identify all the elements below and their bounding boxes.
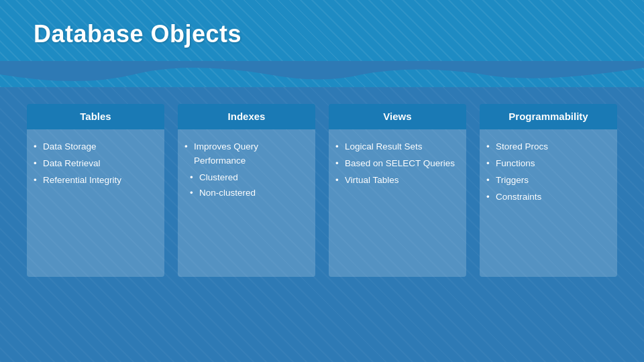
card-views: ViewsLogical Result SetsBased on SELECT … [329,104,466,277]
card-body-programmability: Stored ProcsFunctionsTriggersConstraints [480,129,617,277]
list-item: Stored Procs [486,140,608,154]
header-wave [0,61,644,87]
list-item: Referential Integrity [34,174,155,188]
list-item: Virtual Tables [335,174,457,188]
card-header-views: Views [329,104,466,129]
page-title: Database Objects [34,20,241,48]
list-item: Logical Result Sets [335,140,457,154]
card-indexes: IndexesImproves Query PerformanceCluster… [178,104,315,277]
card-list-tables: Data StorageData RetrievalReferential In… [34,140,155,188]
list-item: Data Retrieval [34,157,155,171]
card-header-indexes: Indexes [178,104,315,129]
card-body-views: Logical Result SetsBased on SELECT Queri… [329,129,466,277]
card-body-indexes: Improves Query PerformanceClusteredNon-c… [178,129,315,277]
card-header-programmability: Programmability [480,104,617,129]
list-item: Data Storage [34,140,155,154]
card-header-text-indexes: Indexes [228,111,266,122]
card-header-text-views: Views [383,111,411,122]
list-item: Constraints [486,190,608,204]
card-header-tables: Tables [27,104,164,129]
list-item: Improves Query Performance [184,140,306,168]
list-item: Non-clustered [184,186,306,200]
card-header-text-programmability: Programmability [508,111,588,122]
card-tables: TablesData StorageData RetrievalReferent… [27,104,164,277]
card-header-text-tables: Tables [80,111,111,122]
card-programmability: ProgrammabilityStored ProcsFunctionsTrig… [480,104,617,277]
list-item: Clustered [184,171,306,185]
list-item: Triggers [486,174,608,188]
card-list-programmability: Stored ProcsFunctionsTriggersConstraints [486,140,608,204]
cards-container: TablesData StorageData RetrievalReferent… [27,104,617,277]
card-list-indexes: Improves Query PerformanceClusteredNon-c… [184,140,306,200]
page: Database Objects TablesData StorageData … [0,0,644,362]
card-body-tables: Data StorageData RetrievalReferential In… [27,129,164,277]
card-list-views: Logical Result SetsBased on SELECT Queri… [335,140,457,188]
list-item: Functions [486,157,608,171]
list-item: Based on SELECT Queries [335,157,457,171]
